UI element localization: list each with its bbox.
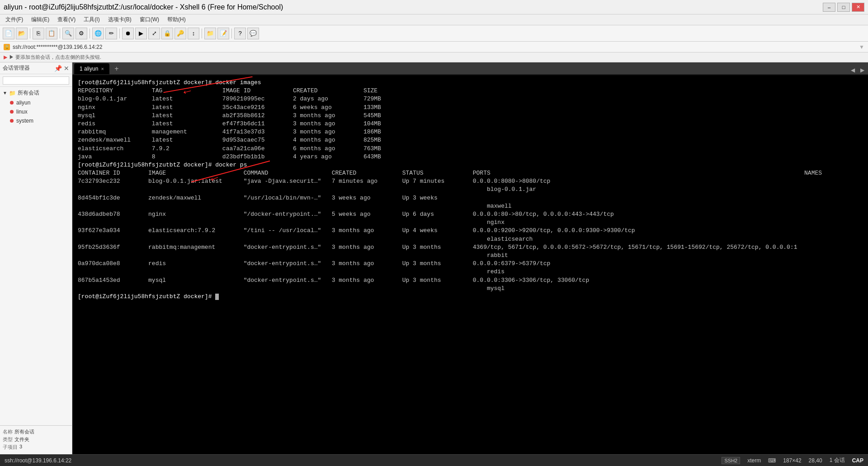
menu-item-h[interactable]: 帮助(H) xyxy=(164,15,189,24)
session-dot-system xyxy=(10,119,14,123)
menu-item-w[interactable]: 窗口(W) xyxy=(136,15,163,24)
ssh-icon: 🔒 xyxy=(4,44,10,50)
menu-bar: 文件(F)编辑(E)查看(V)工具(I)选项卡(B)窗口(W)帮助(H) xyxy=(0,14,868,25)
arrow-bar: ▶ ▶ 要添加当前会话，点击左侧的箭头按钮. xyxy=(0,52,868,62)
tree-root-header[interactable]: ▼ 📁 所有会话 xyxy=(0,88,72,98)
record-button[interactable]: ⏺ xyxy=(122,28,134,39)
sidebar-pin-icon[interactable]: 📌 xyxy=(54,65,62,72)
sidebar-search-input[interactable] xyxy=(3,76,69,85)
menu-item-v[interactable]: 查看(V) xyxy=(54,15,79,24)
tab-bar: 1 aliyun × + ◀ ▶ xyxy=(72,62,868,75)
tree-expand-icon: ▼ xyxy=(3,90,7,95)
arrow-text: ▶ 要添加当前会话，点击左侧的箭头按钮. xyxy=(9,54,101,61)
transfer-button[interactable]: ↕ xyxy=(188,28,199,39)
sessions-count: 1 会话 xyxy=(830,456,845,464)
sidebar-header: 会话管理器 📌 ✕ xyxy=(0,62,72,74)
expand-button[interactable]: ⤢ xyxy=(148,28,160,39)
tree-group-all: ▼ 📁 所有会话 aliyun linux system xyxy=(0,87,72,126)
status-right: SSH2 xterm ⌨ 187×42 28,40 1 会话 CAP xyxy=(722,456,863,464)
sidebar-item-linux[interactable]: linux xyxy=(7,107,72,116)
sidebar-item-aliyun[interactable]: aliyun xyxy=(7,98,72,107)
lock-button[interactable]: 🔒 xyxy=(161,28,173,39)
close-button[interactable]: ✕ xyxy=(852,3,864,12)
copy-button[interactable]: ⎘ xyxy=(33,28,44,39)
status-ssh-address: ssh://root@139.196.6.14:22 xyxy=(5,457,71,464)
paste-button[interactable]: 📋 xyxy=(46,28,57,39)
sidebar: 会话管理器 📌 ✕ ▼ 📁 所有会话 aliyun xyxy=(0,62,72,454)
tree-folder-icon: 📁 xyxy=(9,90,16,96)
sidebar-item-label-aliyun: aliyun xyxy=(16,100,30,106)
search-button[interactable]: 🔍 xyxy=(62,28,74,39)
comment-button[interactable]: 💬 xyxy=(247,28,259,39)
folder2-button[interactable]: 📁 xyxy=(204,28,216,39)
sidebar-search xyxy=(0,74,72,87)
session-dot-linux xyxy=(10,110,14,114)
new-tab-button[interactable]: + xyxy=(111,63,122,74)
menu-item-i[interactable]: 工具(I) xyxy=(80,15,103,24)
info-type-label: 类型 xyxy=(3,436,13,443)
status-bar: ssh://root@139.196.6.14:22 SSH2 xterm ⌨ … xyxy=(0,454,868,466)
pen-button[interactable]: ✏ xyxy=(105,28,117,39)
sidebar-item-label-system: system xyxy=(16,118,33,124)
ssh2-badge: SSH2 xyxy=(722,457,740,464)
sidebar-item-label-linux: linux xyxy=(16,109,28,115)
info-type-value: 文件夹 xyxy=(14,436,29,443)
new-session-button[interactable]: 📄 xyxy=(3,28,14,39)
minimize-button[interactable]: – xyxy=(823,3,835,12)
dimensions: 187×42 xyxy=(783,457,801,464)
status-left: ssh://root@139.196.6.14:22 xyxy=(5,457,71,464)
tab-nav: ◀ ▶ xyxy=(847,66,868,74)
menu-item-e[interactable]: 编辑(E) xyxy=(28,15,53,24)
ssh-address: ssh://root:**********@139.196.6.14:22 xyxy=(13,44,102,50)
collapse-button[interactable]: ▼ xyxy=(859,44,864,50)
play-button[interactable]: ▶ xyxy=(135,28,147,39)
terminal-content[interactable]: [root@iZuf6j2liju58hfsjzutbtZ docker]# d… xyxy=(72,75,868,454)
title-bar: aliyun - root@iZuf6j2liju58hfsjzutbtZ:/u… xyxy=(0,0,868,14)
sidebar-info: 名称 所有会话 类型 文件夹 子项目 3 xyxy=(0,425,72,454)
info-child-value: 3 xyxy=(19,444,22,451)
open-button[interactable]: 📂 xyxy=(16,28,28,39)
tab-aliyun[interactable]: 1 aliyun × xyxy=(74,63,109,74)
menu-item-b[interactable]: 选项卡(B) xyxy=(104,15,135,24)
terminal-type: xterm xyxy=(747,457,761,464)
tab-close-icon[interactable]: × xyxy=(101,66,104,71)
info-name-label: 名称 xyxy=(3,428,13,435)
main-area: 会话管理器 📌 ✕ ▼ 📁 所有会话 aliyun xyxy=(0,62,868,454)
settings-button[interactable]: ⚙ xyxy=(75,28,87,39)
globe-button[interactable]: 🌐 xyxy=(92,28,104,39)
sidebar-item-system[interactable]: system xyxy=(7,116,72,125)
terminal-cursor xyxy=(215,294,219,300)
terminal-area: 1 aliyun × + ◀ ▶ [root@iZuf6j2liju58hfsj… xyxy=(72,62,868,454)
menu-item-f[interactable]: 文件(F) xyxy=(2,15,27,24)
tab-aliyun-label: 1 aliyun xyxy=(80,66,98,72)
tree-children: aliyun linux system xyxy=(0,98,72,125)
tab-prev-icon[interactable]: ◀ xyxy=(849,66,857,74)
tree-root-label: 所有会话 xyxy=(18,89,39,97)
sidebar-title: 会话管理器 xyxy=(3,64,30,72)
terminal-icon: ⌨ xyxy=(768,457,776,464)
info-name-value: 所有会话 xyxy=(14,428,34,435)
coords: 28,40 xyxy=(809,457,822,464)
ssh-bar: 🔒 ssh://root:**********@139.196.6.14:22 … xyxy=(0,42,868,52)
title-text: aliyun - root@iZuf6j2liju58hfsjzutbtZ:/u… xyxy=(4,3,283,11)
help-button[interactable]: ? xyxy=(234,28,246,39)
info-child-label: 子项目 xyxy=(3,444,18,451)
script-button[interactable]: 📝 xyxy=(217,28,229,39)
arrow-icon: ▶ xyxy=(4,54,7,60)
cap-label: CAP xyxy=(852,457,863,464)
tab-next-icon[interactable]: ▶ xyxy=(859,66,866,74)
key-button[interactable]: 🔑 xyxy=(175,28,186,39)
sidebar-close-icon[interactable]: ✕ xyxy=(64,65,69,72)
maximize-button[interactable]: □ xyxy=(837,3,850,12)
session-dot-aliyun xyxy=(10,101,14,105)
window-controls: – □ ✕ xyxy=(823,3,864,12)
toolbar: 📄 📂 ⎘ 📋 🔍 ⚙ 🌐 ✏ ⏺ ▶ ⤢ 🔒 🔑 ↕ 📁 📝 ? 💬 xyxy=(0,25,868,42)
sidebar-tree: ▼ 📁 所有会话 aliyun linux system xyxy=(0,87,72,425)
